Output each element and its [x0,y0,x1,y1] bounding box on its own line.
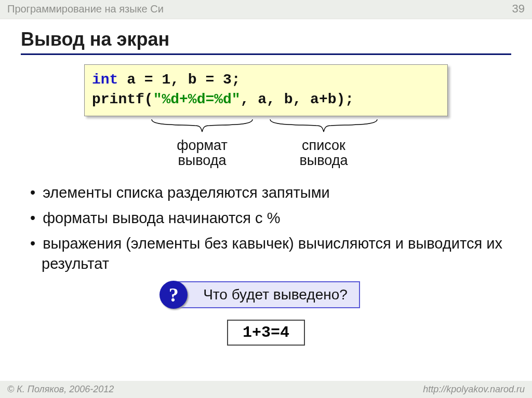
brace-list-icon [269,118,378,134]
bullet-list: элементы списка разделяются запятыми фор… [21,183,511,275]
list-item: элементы списка разделяются запятыми [21,183,511,203]
slide-title: Вывод на экран [21,29,511,55]
slide: Программирование на языке Си 39 Вывод на… [0,0,532,398]
label-format: формат вывода [151,138,254,169]
label-list-line2: вывода [269,153,378,169]
code-fn-printf: printf( [92,91,153,107]
question-row: ? Что будет выведено? [21,281,511,308]
labels-row: формат вывода список вывода [84,138,448,175]
label-list-line1: список [269,138,378,154]
course-title: Программирование на языке Си [7,3,164,15]
content: Вывод на экран int a = 1, b = 3; printf(… [0,19,532,346]
code-line1-rest: a = 1, b = 3; [118,72,240,88]
code-format-string: "%d+%d=%d" [153,91,241,107]
label-format-line1: формат [151,138,254,154]
question-mark-icon: ? [159,281,188,309]
code-line2-rest: , a, b, a+b); [241,91,354,107]
code-box: int a = 1, b = 3; printf("%d+%d=%d", a, … [84,64,448,116]
question-text: Что будет выведено? [203,286,348,303]
answer-box: 1+3=4 [227,320,305,346]
brace-format-icon [151,118,254,134]
label-format-line2: вывода [151,153,254,169]
page-number: 39 [512,2,525,16]
code-keyword-int: int [92,72,118,88]
footer-url: http://kpolyakov.narod.ru [423,384,525,395]
footer-bar: © К. Поляков, 2006-2012 http://kpolyakov… [0,381,532,398]
footer-copyright: © К. Поляков, 2006-2012 [7,384,114,395]
question-mark-glyph: ? [169,283,179,306]
label-list: список вывода [269,138,378,169]
list-item: форматы вывода начинаются с % [21,208,511,228]
answer-row: 1+3=4 [21,320,511,346]
list-item: выражения (элементы без кавычек) вычисля… [21,234,511,274]
braces-row [84,119,448,138]
header-bar: Программирование на языке Си 39 [0,0,532,19]
question-box: ? Что будет выведено? [172,281,360,308]
